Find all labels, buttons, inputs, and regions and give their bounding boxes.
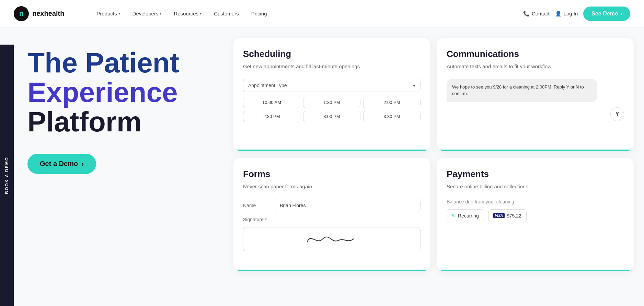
recurring-icon: ↻ [452, 213, 456, 219]
logo[interactable]: n nexhealth [14, 6, 64, 21]
communications-card: Communications Automate texts and emails… [437, 38, 634, 151]
payments-subtitle: Secure online billing and collections [447, 183, 624, 191]
user-icon: 👤 [555, 11, 562, 17]
nav-right: 📞 Contact 👤 Log In See Demo › [523, 7, 630, 21]
book-demo-label: BOOK A DEMO [4, 157, 9, 194]
payments-card: Payments Secure online billing and colle… [437, 158, 634, 271]
hero-section: The Patient Experience Platform Get a De… [0, 27, 233, 195]
book-demo-sidebar[interactable]: BOOK A DEMO [0, 45, 14, 306]
visa-payment-badge[interactable]: VISA $75.22 [488, 209, 527, 222]
logo-text: nexhealth [32, 10, 64, 17]
nav-item-products[interactable]: Products ▾ [92, 8, 125, 19]
logo-icon: n [14, 6, 29, 21]
chevron-down-icon: ▾ [413, 83, 415, 88]
nav-item-pricing[interactable]: Pricing [246, 8, 272, 19]
scheduling-subtitle: Get new appointments and fill last-minut… [243, 63, 421, 71]
visa-logo: VISA [493, 213, 505, 218]
name-label: Name [243, 203, 271, 208]
time-slot[interactable]: 3:30 PM [363, 111, 421, 122]
login-link[interactable]: 👤 Log In [555, 11, 578, 17]
feature-cards-grid: Scheduling Get new appointments and fill… [233, 27, 644, 271]
forms-card: Forms Never scan paper forms again Name … [233, 158, 430, 271]
recurring-badge[interactable]: ↻ Recurring [447, 209, 484, 222]
signature-label: Signature * [243, 217, 271, 222]
comm-message-bubble: We hope to see you 9/28 for a cleaning a… [447, 79, 597, 102]
name-field-row: Name Brian Flores [243, 199, 421, 212]
chevron-down-icon: ▾ [118, 12, 120, 15]
signature-area[interactable] [243, 227, 421, 251]
chevron-down-icon: ▾ [200, 12, 202, 15]
scheduling-card: Scheduling Get new appointments and fill… [233, 38, 430, 151]
get-demo-button[interactable]: Get a Demo › [27, 154, 96, 174]
time-slot[interactable]: 1:30 PM [303, 97, 360, 108]
time-slot[interactable]: 3:00 PM [303, 111, 360, 122]
hero-title: The Patient Experience Platform [27, 48, 213, 137]
time-slot[interactable]: 2:30 PM [243, 111, 300, 122]
forms-subtitle: Never scan paper forms again [243, 183, 421, 191]
time-slot[interactable]: 10:00 AM [243, 97, 300, 108]
main-content: BOOK A DEMO The Patient Experience Platf… [0, 27, 644, 306]
payments-title: Payments [447, 169, 624, 179]
appointment-type-dropdown[interactable]: Appointment Type ▾ [243, 79, 421, 92]
communications-title: Communications [447, 49, 624, 59]
name-input[interactable]: Brian Flores [275, 199, 421, 212]
see-demo-button[interactable]: See Demo › [583, 7, 630, 21]
nav-item-resources[interactable]: Resources ▾ [169, 8, 206, 19]
nav-item-developers[interactable]: Developers ▾ [128, 8, 166, 19]
nav-item-customers[interactable]: Customers [209, 8, 244, 19]
phone-icon: 📞 [523, 11, 530, 17]
payment-options-row: ↻ Recurring VISA $75.22 [447, 209, 624, 222]
time-slot[interactable]: 2:00 PM [363, 97, 421, 108]
contact-link[interactable]: 📞 Contact [523, 11, 550, 17]
comm-reply-area: Y [447, 107, 624, 121]
scheduling-title: Scheduling [243, 49, 421, 59]
signature-drawing [301, 230, 363, 248]
forms-title: Forms [243, 169, 421, 179]
navbar: n nexhealth Products ▾ Developers ▾ Reso… [0, 0, 644, 27]
chevron-down-icon: ▾ [160, 12, 161, 15]
nav-links: Products ▾ Developers ▾ Resources ▾ Cust… [92, 8, 523, 19]
comm-reply-bubble: Y [610, 107, 624, 121]
communications-subtitle: Automate texts and emails to fit your wo… [447, 63, 624, 71]
signature-field-row: Signature * [243, 217, 421, 222]
balance-label: Balance due from your cleaning [447, 199, 624, 204]
time-slots-grid: 10:00 AM 1:30 PM 2:00 PM 2:30 PM 3:00 PM… [243, 97, 421, 122]
